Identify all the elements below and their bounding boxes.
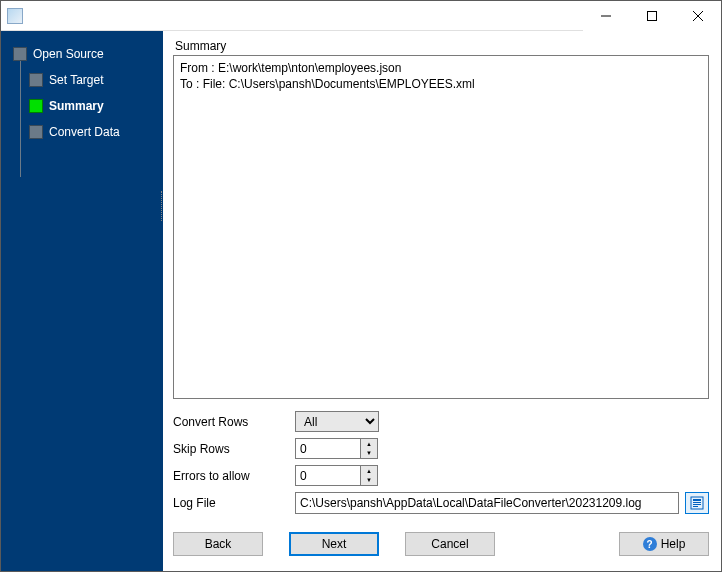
splitter-handle[interactable]: [160, 191, 164, 221]
row-log-file: Log File: [173, 492, 709, 514]
step-label: Convert Data: [49, 125, 120, 139]
skip-rows-label: Skip Rows: [173, 442, 295, 456]
log-file-browse-button[interactable]: [685, 492, 709, 514]
next-button[interactable]: Next: [289, 532, 379, 556]
svg-rect-8: [693, 506, 698, 507]
svg-rect-7: [693, 504, 701, 505]
svg-rect-5: [693, 499, 701, 501]
help-button[interactable]: ? Help: [619, 532, 709, 556]
step-label: Open Source: [33, 47, 104, 61]
step-label: Set Target: [49, 73, 103, 87]
maximize-button[interactable]: [629, 1, 675, 31]
step-summary[interactable]: Summary: [1, 93, 163, 119]
window-controls: [583, 1, 721, 31]
row-convert-rows: Convert Rows All: [173, 411, 709, 432]
summary-text[interactable]: From : E:\work\temp\nton\employees.json …: [173, 55, 709, 399]
skip-rows-input[interactable]: [295, 438, 361, 459]
close-icon: [693, 11, 703, 21]
wizard-sidebar: Open Source Set Target Summary Convert D…: [1, 31, 163, 572]
cancel-label: Cancel: [431, 537, 468, 551]
step-box-icon: [29, 125, 43, 139]
app-icon: [7, 8, 23, 24]
maximize-icon: [647, 11, 657, 21]
summary-heading: Summary: [173, 39, 709, 53]
errors-down[interactable]: ▼: [361, 476, 377, 486]
minimize-button[interactable]: [583, 1, 629, 31]
svg-rect-6: [693, 502, 701, 503]
minimize-icon: [601, 11, 611, 21]
errors-allow-input[interactable]: [295, 465, 361, 486]
step-box-icon: [29, 73, 43, 87]
options-form: Convert Rows All Skip Rows ▲ ▼ Errors to…: [173, 411, 709, 520]
browse-icon: [690, 496, 704, 510]
log-file-input[interactable]: [295, 492, 679, 514]
skip-rows-up[interactable]: ▲: [361, 439, 377, 449]
cancel-button[interactable]: Cancel: [405, 532, 495, 556]
svg-rect-1: [648, 11, 657, 20]
wizard-buttons: Back Next Cancel ? Help: [173, 532, 709, 556]
log-file-label: Log File: [173, 496, 295, 510]
step-convert-data[interactable]: Convert Data: [1, 119, 163, 145]
skip-rows-down[interactable]: ▼: [361, 449, 377, 459]
back-button[interactable]: Back: [173, 532, 263, 556]
convert-rows-label: Convert Rows: [173, 415, 295, 429]
help-icon: ?: [643, 537, 657, 551]
row-errors-allow: Errors to allow ▲ ▼: [173, 465, 709, 486]
step-open-source[interactable]: Open Source: [1, 41, 163, 67]
step-label: Summary: [49, 99, 104, 113]
content-panel: Summary From : E:\work\temp\nton\employe…: [163, 31, 721, 572]
step-set-target[interactable]: Set Target: [1, 67, 163, 93]
titlebar[interactable]: [1, 1, 721, 31]
step-box-icon: [13, 47, 27, 61]
help-label: Help: [661, 537, 686, 551]
step-box-icon: [29, 99, 43, 113]
back-label: Back: [205, 537, 232, 551]
next-label: Next: [322, 537, 347, 551]
close-button[interactable]: [675, 1, 721, 31]
errors-allow-label: Errors to allow: [173, 469, 295, 483]
errors-up[interactable]: ▲: [361, 466, 377, 476]
convert-rows-select[interactable]: All: [295, 411, 379, 432]
row-skip-rows: Skip Rows ▲ ▼: [173, 438, 709, 459]
